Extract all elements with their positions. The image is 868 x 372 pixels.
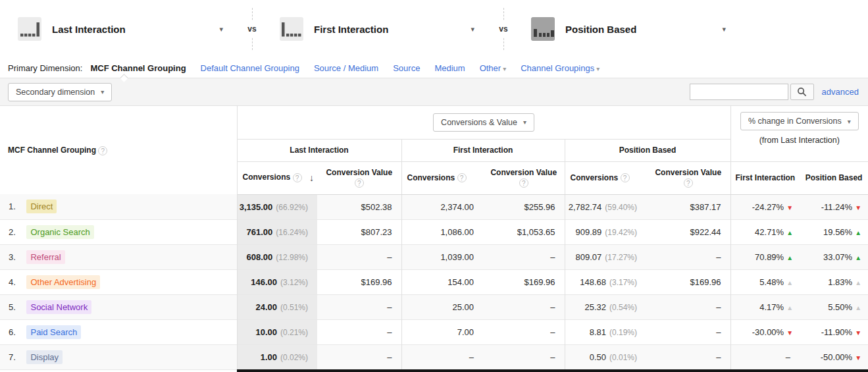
advanced-search-link[interactable]: advanced	[822, 87, 859, 97]
chevron-down-icon[interactable]: ▾	[722, 25, 738, 34]
col-header-pb-conversion-value[interactable]: Conversion Value ?	[646, 161, 730, 194]
metric-selector-button[interactable]: Conversions & Value ▾	[433, 113, 534, 132]
chevron-down-icon: ▾	[523, 119, 526, 126]
change-position-based-cell: 33.07%▲	[800, 244, 868, 269]
channel-chip[interactable]: Referral	[26, 250, 64, 264]
conversions-value: 148.68	[580, 277, 606, 287]
trend-arrow-icon: ▲	[786, 304, 793, 311]
col-header-fi-conversion-value[interactable]: Conversion Value ?	[483, 161, 565, 194]
fi-conversion-value-cell: $169.96	[483, 269, 565, 294]
help-icon[interactable]: ?	[621, 173, 630, 182]
fi-conversions-cell: 1,086.00	[401, 219, 483, 244]
chevron-down-icon: ▾	[503, 65, 506, 72]
help-icon[interactable]: ?	[355, 178, 364, 188]
change-position-based-cell: -11.90%▼	[800, 319, 868, 344]
dimension-other-dropdown[interactable]: Other▾	[480, 63, 507, 73]
trend-arrow-icon: ▼	[855, 354, 861, 361]
chevron-down-icon[interactable]: ▾	[471, 25, 486, 34]
primary-dimension-label: Primary Dimension:	[8, 63, 82, 73]
col-header-change-position-based[interactable]: Position Based	[800, 161, 868, 194]
conversion-value: –	[550, 352, 555, 362]
dimension-source-medium[interactable]: Source / Medium	[314, 63, 378, 73]
model-selector-position-based[interactable]: Position Based ▾	[521, 17, 738, 41]
sort-descending-icon[interactable]: ↓	[309, 173, 314, 183]
channel-chip[interactable]: Display	[26, 350, 63, 364]
primary-dimension-bar: Primary Dimension: MCF Channel Grouping …	[0, 58, 868, 78]
conversion-value: –	[550, 327, 555, 337]
bottom-cutoff-bar	[237, 369, 868, 372]
channel-chip[interactable]: Paid Search	[26, 325, 81, 339]
table-row: 7. Display 1.00(0.02%) – – – 0.50(0.01%)…	[0, 344, 868, 369]
fi-conversions-cell: 25.00	[401, 294, 483, 319]
dimension-channel-groupings-dropdown[interactable]: Channel Groupings▾	[521, 63, 600, 73]
dimension-other-label: Other	[480, 63, 501, 73]
channel-chip[interactable]: Direct	[26, 199, 57, 213]
help-icon[interactable]: ?	[457, 173, 467, 182]
model-selector-last-interaction[interactable]: Last Interaction ▾	[18, 17, 235, 41]
chevron-down-icon[interactable]: ▾	[219, 25, 235, 34]
trend-arrow-icon: ▼	[855, 329, 861, 336]
help-icon[interactable]: ?	[684, 178, 693, 188]
conversions-pct: (3.12%)	[280, 278, 308, 287]
change-value: -50.00%	[821, 352, 852, 362]
li-conversion-value-cell: $807.23	[317, 219, 401, 244]
conversion-value: –	[716, 252, 721, 262]
conversions-value: 761.00	[247, 227, 273, 237]
col-header-li-conversion-value[interactable]: Conversion Value ?	[317, 161, 401, 194]
row-index: 7.	[9, 352, 16, 362]
search-button[interactable]	[790, 84, 814, 100]
col-header-fi-conversions[interactable]: Conversions ?	[401, 161, 483, 194]
fi-conversion-value-cell: –	[483, 344, 565, 369]
dimension-header-label: MCF Channel Grouping	[8, 146, 96, 155]
row-index: 2.	[9, 227, 16, 237]
help-icon[interactable]: ?	[293, 173, 302, 182]
change-value: 4.17%	[759, 302, 784, 312]
conversions-header-label: Conversions	[243, 173, 291, 182]
conversions-pct: (0.19%)	[609, 328, 637, 337]
dimension-medium[interactable]: Medium	[434, 63, 465, 73]
channel-chip[interactable]: Social Network	[26, 300, 91, 314]
col-header-change-first-interaction[interactable]: First Interaction	[730, 161, 800, 194]
channel-chip[interactable]: Other Advertising	[26, 275, 100, 289]
change-value: -30.00%	[752, 327, 784, 337]
conversions-value: 2,374.00	[440, 202, 474, 212]
li-conversions-cell: 761.00(16.24%)	[237, 219, 317, 244]
trend-arrow-icon: ▼	[786, 329, 793, 336]
pb-conversions-cell: 0.50(0.01%)	[565, 344, 646, 369]
help-icon[interactable]: ?	[98, 146, 107, 155]
model-comparison-table: Conversions & Value ▾ % change in Conver…	[0, 106, 868, 370]
col-header-li-conversions[interactable]: Conversions ? ↓	[237, 161, 317, 194]
li-conversion-value-cell: $169.96	[317, 269, 401, 294]
change-position-based-cell: 5.50%▲	[800, 294, 868, 319]
help-icon[interactable]: ?	[519, 178, 528, 188]
conversions-value: 1,039.00	[440, 252, 474, 262]
table-row: 3. Referral 608.00(12.98%) – 1,039.00 – …	[0, 244, 868, 269]
change-first-interaction-cell: 5.48%▲	[730, 269, 800, 294]
conversions-value: 8.81	[590, 327, 606, 337]
search-input[interactable]	[690, 84, 788, 100]
change-first-interaction-cell: -30.00%▼	[730, 319, 800, 344]
change-position-based-cell: -50.00%▼	[800, 344, 868, 369]
li-conversion-value-cell: –	[317, 294, 401, 319]
model-selector-first-interaction[interactable]: First Interaction ▾	[269, 17, 486, 41]
change-value: –	[786, 352, 790, 362]
channel-cell: 3. Referral	[0, 244, 237, 269]
pb-conversion-value-cell: –	[646, 244, 730, 269]
conversion-value: –	[716, 352, 721, 362]
conversion-value: $169.96	[690, 277, 721, 287]
dimension-default-channel-grouping[interactable]: Default Channel Grouping	[201, 63, 299, 73]
channel-chip[interactable]: Organic Search	[26, 225, 93, 239]
col-header-pb-conversions[interactable]: Conversions ?	[565, 161, 646, 194]
conversions-value: 154.00	[447, 277, 474, 287]
dimension-source[interactable]: Source	[393, 63, 420, 73]
conversions-value: 0.50	[590, 352, 606, 362]
conversions-pct: (3.17%)	[609, 278, 637, 287]
secondary-dimension-button[interactable]: Secondary dimension ▾	[8, 83, 112, 101]
change-selector-button[interactable]: % change in Conversions ▾	[740, 112, 859, 130]
conversion-value: –	[387, 327, 392, 337]
channel-cell: 1. Direct	[0, 194, 237, 219]
conversions-pct: (19.42%)	[605, 228, 637, 237]
change-position-based-cell: -11.24%▼	[800, 194, 868, 219]
conversions-value: 25.32	[584, 302, 606, 312]
dimension-mcf-channel-grouping[interactable]: MCF Channel Grouping	[90, 63, 186, 73]
